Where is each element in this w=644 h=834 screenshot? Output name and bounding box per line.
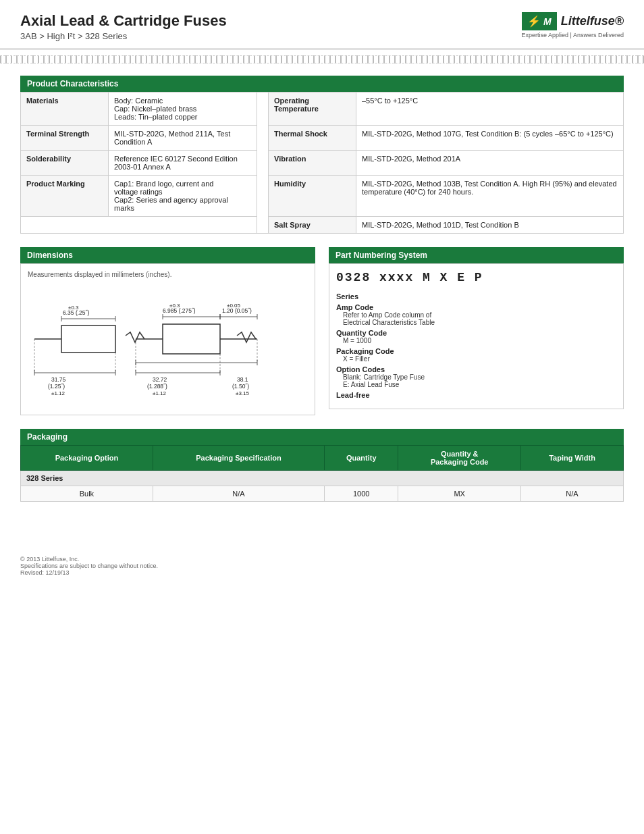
svg-text:38.1: 38.1 [237,376,248,383]
svg-text:±1.12: ±1.12 [153,390,167,396]
main-content: Product Characteristics MaterialsBody: C… [0,69,644,522]
pn-item-title-1: Amp Code [336,303,616,311]
product-characteristics-table: MaterialsBody: Ceramic Cap: Nickel–plate… [20,92,624,234]
pkg-col-header-0: Packaging Option [21,446,153,471]
logo-tagline: Expertise Applied | Answers Delivered [522,32,624,38]
svg-text:(1.25˝): (1.25˝) [48,383,65,390]
dimensions-content: Measurements displayed in millimeters (i… [20,263,315,415]
char-left-value-2: Reference IEC 60127 Second Edition 2003-… [109,151,257,176]
pn-item-desc-1: Refer to Amp Code column of Electrical C… [343,311,616,326]
svg-rect-0 [61,325,115,353]
page-footer: © 2013 Littelfuse, Inc. Specifications a… [0,549,644,583]
svg-text:±1.12: ±1.12 [51,390,65,396]
char-right-value-3: MIL-STD-202G, Method 103B, Test Conditio… [356,176,624,217]
pkg-cell-0-4: N/A [521,486,624,502]
pn-item-1: Amp CodeRefer to Amp Code column of Elec… [336,303,616,326]
part-numbering-content: 0328 xxxx M X E P SeriesAmp CodeRefer to… [329,263,624,409]
char-separator-1 [257,126,269,151]
pn-item-title-3: Packaging Code [336,347,616,355]
char-left-label-0: Materials [21,93,109,126]
svg-text:(1.50˝): (1.50˝) [232,383,249,390]
page-subtitle: 3AB > High I²t > 328 Series [20,31,227,41]
pn-item-desc-3: X = Filler [343,355,616,363]
char-right-value-1: MIL-STD-202G, Method 107G, Test Conditio… [356,126,624,151]
part-number-code: 0328 xxxx M X E P [336,271,483,284]
svg-text:31.75: 31.75 [51,376,66,383]
char-right-label-1: Thermal Shock [269,126,356,151]
pn-item-title-5: Lead-free [336,391,616,399]
page-title: Axial Lead & Cartridge Fuses [20,12,227,30]
pn-item-0: Series [336,292,616,301]
part-numbering-section: Part Numbering System 0328 xxxx M X E P … [329,247,624,415]
svg-text:32.72: 32.72 [153,376,167,383]
part-numbering-header: Part Numbering System [329,247,624,263]
logo-brand-text: Littelfuse® [561,14,624,28]
svg-rect-2 [163,324,220,354]
pkg-series-label: 328 Series [21,471,624,486]
pn-item-title-2: Quantity Code [336,329,616,337]
char-right-label-2: Vibration [269,151,356,176]
pkg-col-header-3: Quantity & Packaging Code [398,446,521,471]
page-header: Axial Lead & Cartridge Fuses 3AB > High … [0,0,644,50]
pkg-cell-0-0: Bulk [21,486,153,502]
char-left-label-3: Product Marking [21,176,109,217]
char-right-label-3: Humidity [269,176,356,217]
packaging-header: Packaging [20,429,624,445]
logo-icon-box: ⚡ M [522,12,557,30]
char-left-value-0: Body: Ceramic Cap: Nickel–plated brass L… [109,93,257,126]
footer-line2: Specifications are subject to change wit… [20,563,624,569]
svg-text:±0.3: ±0.3 [68,305,79,311]
char-left-label-2: Solderability [21,151,109,176]
pkg-cell-0-1: N/A [153,486,324,502]
char-right-value-4: MIL-STD-202G, Method 101D, Test Conditio… [356,217,624,234]
footer-line1: © 2013 Littelfuse, Inc. [20,556,624,563]
char-left-value-3: Cap1: Brand logo, current and voltage ra… [109,176,257,217]
char-separator-2 [257,151,269,176]
pn-item-title-4: Option Codes [336,365,616,373]
pn-item-5: Lead-free [336,391,616,399]
pn-item-3: Packaging CodeX = Filler [336,347,616,363]
logo-symbol-icon: ⚡ [527,15,541,28]
char-separator-3 [257,176,269,217]
pkg-col-header-4: Taping Width [521,446,624,471]
char-left-value-1: MIL-STD-202G, Method 211A, Test Conditio… [109,126,257,151]
header-title-block: Axial Lead & Cartridge Fuses 3AB > High … [20,12,227,41]
packaging-table: Packaging OptionPackaging SpecificationQ… [20,445,624,502]
packaging-section: Packaging Packaging OptionPackaging Spec… [20,429,624,502]
char-right-value-2: MIL-STD-202G, Method 201A [356,151,624,176]
pn-item-desc-4: Blank: Cartridge Type Fuse E: Axial Lead… [343,373,616,388]
svg-text:±0.3: ±0.3 [169,303,180,309]
char-separator-0 [257,93,269,126]
footer-line3: Revised: 12/19/13 [20,569,624,576]
char-right-label-0: Operating Temperature [269,93,356,126]
svg-text:±0.05: ±0.05 [227,303,241,309]
pkg-data-row-0: BulkN/A1000MXN/A [21,486,624,502]
logo-area: ⚡ M Littelfuse® Expertise Applied | Answ… [522,12,624,38]
dimensions-header: Dimensions [20,247,315,263]
dimensions-diagram: 6.35 (.25˝) ±0.3 6.985 (.275˝) ±0.3 1.20… [28,285,284,407]
svg-text:±3.15: ±3.15 [236,390,250,396]
char-right-value-0: –55°C to +125°C [356,93,624,126]
char-left-label-1: Terminal Strength [21,126,109,151]
pn-item-4: Option CodesBlank: Cartridge Type Fuse E… [336,365,616,388]
svg-text:(1.288˝): (1.288˝) [147,383,167,390]
dimensions-section: Dimensions Measurements displayed in mil… [20,247,315,415]
product-characteristics-header: Product Characteristics [20,76,624,92]
char-separator-4 [257,217,269,234]
decorative-border [0,55,644,63]
pkg-col-header-2: Quantity [325,446,398,471]
pkg-col-header-1: Packaging Specification [153,446,324,471]
dimensions-note: Measurements displayed in millimeters (i… [28,271,308,278]
pkg-cell-0-2: 1000 [325,486,398,502]
product-characteristics-section: Product Characteristics MaterialsBody: C… [20,76,624,234]
char-right-label-4: Salt Spray [269,217,356,234]
pn-item-2: Quantity CodeM = 1000 [336,329,616,344]
pn-item-desc-2: M = 1000 [343,337,616,344]
pn-item-title-0: Series [336,292,616,301]
part-number-items: SeriesAmp CodeRefer to Amp Code column o… [336,292,616,399]
dimensions-partnumber-row: Dimensions Measurements displayed in mil… [20,247,624,415]
pkg-cell-0-3: MX [398,486,521,502]
